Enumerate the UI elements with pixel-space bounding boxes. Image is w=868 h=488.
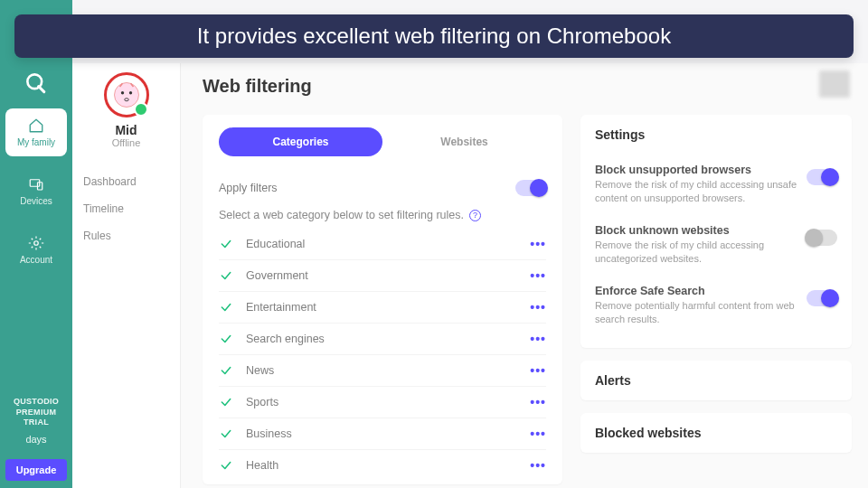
home-icon [28,117,44,134]
category-list: Educational•••Government•••Entertainment… [219,229,546,481]
category-options-icon[interactable]: ••• [530,332,546,346]
tab-websites[interactable]: Websites [382,127,546,156]
setting-row: Block unsupported browsersRemove the ris… [595,155,837,215]
sidebar-item-account[interactable]: Account [5,226,67,274]
category-options-icon[interactable]: ••• [530,300,546,314]
tab-categories[interactable]: Categories [219,127,382,156]
upgrade-button[interactable]: Upgrade [5,459,67,481]
check-icon [219,300,233,314]
category-options-icon[interactable]: ••• [530,237,546,251]
settings-title: Settings [595,127,837,142]
category-name: Health [246,459,530,472]
profile-link-dashboard[interactable]: Dashboard [83,168,137,195]
profile-link-timeline[interactable]: Timeline [83,195,124,222]
category-options-icon[interactable]: ••• [530,395,546,409]
help-icon[interactable]: ? [469,210,481,221]
trial-badge: QUSTODIO PREMIUM TRIAL [0,391,72,434]
setting-toggle[interactable] [807,230,837,246]
devices-icon [28,176,44,192]
gear-icon [28,235,44,251]
check-icon [219,332,233,346]
category-options-icon[interactable]: ••• [530,458,546,473]
categories-card: Categories Websites Apply filters Select… [203,115,562,484]
apply-filters-toggle[interactable] [515,180,546,196]
setting-toggle[interactable] [807,169,837,185]
check-icon [219,427,233,441]
category-row: News••• [219,354,546,386]
check-icon [219,458,233,473]
edit-avatar-icon[interactable] [134,102,148,117]
category-name: Entertainment [246,301,530,314]
check-icon [219,268,233,283]
category-name: Business [246,427,530,440]
brand-logo[interactable] [0,63,72,103]
category-row: Sports••• [219,386,546,418]
category-options-icon[interactable]: ••• [530,268,546,283]
profile-name: Mid [115,123,137,137]
instruction-text: Select a web category below to set filte… [219,209,464,221]
settings-card: Settings Block unsupported browsersRemov… [580,115,852,348]
trial-days: days [0,434,72,454]
alerts-section[interactable]: Alerts [580,361,852,400]
category-name: Government [246,269,530,282]
svg-rect-1 [30,180,40,187]
setting-row: Block unknown websitesRemove the risk of… [595,215,837,276]
caption-text: It provides excellent web filtering on C… [197,23,671,49]
setting-label: Block unsupported browsers [595,164,797,176]
svg-point-6 [128,91,131,94]
blocked-websites-section[interactable]: Blocked websites [580,413,852,453]
blurred-corner [819,70,850,98]
caption-banner: It provides excellent web filtering on C… [14,14,854,58]
svg-point-3 [34,241,39,246]
setting-label: Enforce Safe Search [595,285,797,297]
check-icon [219,237,233,251]
sidebar-item-label: My family [17,137,55,147]
setting-label: Block unknown websites [595,224,797,237]
svg-point-5 [120,91,123,94]
profile-status: Offline [112,137,141,148]
category-row: Educational••• [219,229,546,259]
setting-desc: Remove the risk of my child accessing un… [595,178,797,206]
category-name: News [246,364,530,377]
sidebar-item-my-family[interactable]: My family [5,108,67,156]
category-row: Entertainment••• [219,291,546,323]
category-row: Business••• [219,418,546,449]
category-name: Sports [246,396,530,408]
setting-row: Enforce Safe SearchRemove potentially ha… [595,276,837,336]
setting-desc: Remove the risk of my child accessing un… [595,239,797,267]
main-content: Web filtering Categories Websites Apply … [181,63,868,488]
sidebar-item-devices[interactable]: Devices [5,167,67,215]
setting-desc: Remove potentially harmful content from … [595,299,797,327]
category-name: Search engines [246,333,530,345]
apply-filters-label: Apply filters [219,182,278,194]
category-row: Search engines••• [219,323,546,354]
svg-point-4 [114,83,138,108]
profile-link-rules[interactable]: Rules [83,222,111,249]
child-avatar[interactable] [104,72,149,117]
page-title: Web filtering [203,76,852,97]
category-options-icon[interactable]: ••• [530,363,546,378]
sidebar-item-label: Account [20,255,52,265]
profile-panel: Mid Offline Dashboard Timeline Rules [72,63,181,488]
category-name: Educational [246,238,530,250]
check-icon [219,363,233,378]
app-sidebar: My family Devices Account QUSTODIO PREMI… [0,0,72,488]
check-icon [219,395,233,409]
sidebar-item-label: Devices [20,196,52,206]
category-row: Government••• [219,259,546,291]
category-row: Health••• [219,449,546,481]
category-options-icon[interactable]: ••• [530,427,546,441]
setting-toggle[interactable] [807,290,837,306]
